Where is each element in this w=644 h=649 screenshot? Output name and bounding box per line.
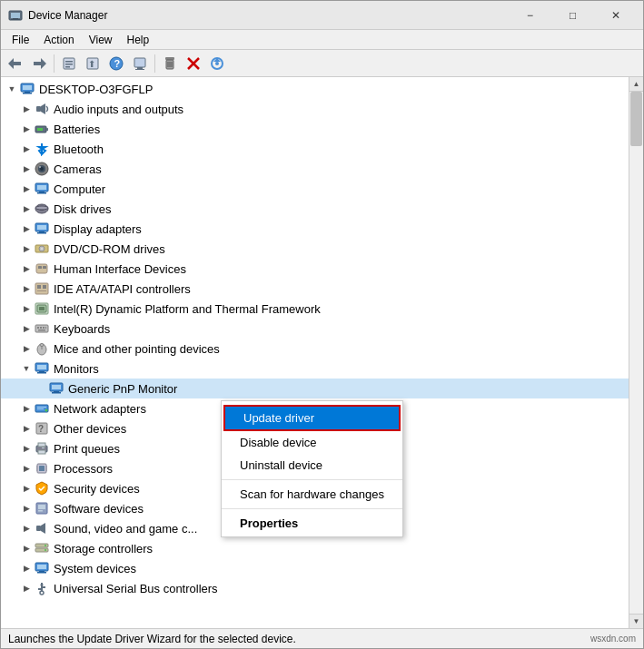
tree-item-generic-pnp[interactable]: ▶ Generic PnP Monitor: [1, 379, 629, 398]
system-expand[interactable]: ▶: [19, 561, 34, 575]
tree-item-monitors[interactable]: ▼ Monitors: [1, 359, 629, 379]
bluetooth-label: Bluetooth: [54, 143, 104, 156]
menu-view[interactable]: View: [82, 32, 120, 48]
context-menu-scan[interactable]: Scan for hardware changes: [222, 483, 402, 506]
dvd-expand[interactable]: ▶: [19, 241, 34, 256]
usb-expand[interactable]: ▶: [19, 581, 34, 595]
maximize-button[interactable]: □: [552, 3, 593, 28]
other-expand[interactable]: ▶: [19, 421, 34, 436]
refresh-button[interactable]: [206, 53, 228, 74]
svg-rect-42: [39, 192, 45, 192]
svg-rect-109: [37, 565, 46, 569]
tree-item-system[interactable]: ▶ System devices: [1, 558, 629, 578]
security-expand[interactable]: ▶: [19, 481, 34, 496]
batteries-expand[interactable]: ▶: [19, 122, 34, 136]
back-button[interactable]: [5, 53, 26, 74]
mice-icon: [34, 340, 50, 357]
processors-expand[interactable]: ▶: [19, 461, 34, 476]
status-text: Launches the Update Driver Wizard for th…: [8, 633, 296, 645]
sound-expand[interactable]: ▶: [19, 521, 34, 536]
display-expand[interactable]: ▶: [19, 221, 34, 236]
delete-button[interactable]: [159, 53, 181, 74]
context-menu-disable[interactable]: Disable device: [222, 431, 402, 454]
context-menu-uninstall[interactable]: Uninstall device: [222, 454, 402, 477]
tree-item-ide[interactable]: ▶ IDE ATA/ATAPI controllers: [1, 279, 629, 299]
tree-item-cameras[interactable]: ▶ Cameras: [1, 159, 629, 179]
tree-item-display[interactable]: ▶ Display adapters: [1, 219, 629, 239]
intel-expand[interactable]: ▶: [19, 301, 34, 316]
tree-item-audio[interactable]: ▶ Audio inputs and outputs: [1, 99, 629, 119]
tree-item-hid[interactable]: ▶ Human Interface Devices: [1, 259, 629, 279]
watermark: wsxdn.com: [590, 634, 636, 644]
scroll-thumb[interactable]: [630, 92, 642, 146]
cameras-icon: [34, 161, 50, 177]
close-button[interactable]: ✕: [595, 3, 636, 28]
tree-item-computer[interactable]: ▶ Computer: [1, 179, 629, 199]
tree-item-batteries[interactable]: ▶ Batteries: [1, 119, 629, 139]
menu-file[interactable]: File: [5, 32, 36, 48]
svg-rect-102: [36, 526, 41, 531]
tree-item-keyboards[interactable]: ▶ Keyboards: [1, 319, 629, 339]
disk-expand[interactable]: ▶: [19, 202, 34, 216]
svg-point-107: [45, 549, 46, 551]
processors-icon: [34, 460, 50, 477]
svg-rect-110: [39, 571, 45, 572]
scroll-up-button[interactable]: ▲: [629, 77, 643, 92]
properties-button[interactable]: [58, 53, 80, 74]
tree-item-intel[interactable]: ▶ Intel(R) Dynamic Platform and Thermal …: [1, 299, 629, 319]
title-bar-controls: − □ ✕: [510, 3, 636, 28]
svg-rect-1: [11, 13, 20, 18]
root-expand[interactable]: ▼: [5, 82, 19, 96]
print-expand[interactable]: ▶: [19, 441, 34, 456]
help-button[interactable]: ?: [105, 53, 127, 74]
cameras-expand[interactable]: ▶: [19, 162, 34, 176]
computer-expand[interactable]: ▶: [19, 182, 34, 196]
storage-expand[interactable]: ▶: [19, 541, 34, 556]
scroll-track[interactable]: [629, 92, 643, 614]
context-menu-update-driver[interactable]: Update driver: [225, 407, 399, 429]
tree-item-storage[interactable]: ▶ Storage controllers: [1, 538, 629, 558]
tree-item-usb[interactable]: ▶ Universal Serial Bus controllers: [1, 578, 629, 598]
audio-expand[interactable]: ▶: [19, 102, 34, 116]
context-menu-highlight: Update driver: [223, 405, 401, 431]
monitors-expand[interactable]: ▼: [19, 361, 34, 376]
toolbar: ⬆ ?: [1, 50, 643, 77]
tree-item-bluetooth[interactable]: ▶ Bluetooth: [1, 139, 629, 159]
svg-rect-7: [65, 61, 73, 63]
cameras-label: Cameras: [54, 162, 102, 176]
tree-item-mice[interactable]: ▶ Mice and other pointing devices: [1, 339, 629, 359]
minimize-button[interactable]: −: [510, 3, 550, 28]
svg-rect-56: [43, 266, 46, 269]
remove-button[interactable]: [183, 53, 204, 74]
svg-rect-67: [43, 327, 45, 329]
svg-rect-49: [39, 231, 45, 232]
menu-action[interactable]: Action: [36, 32, 81, 48]
scrollbar[interactable]: ▲ ▼: [629, 77, 643, 628]
network-expand[interactable]: ▶: [19, 401, 34, 416]
context-menu-properties[interactable]: Properties: [222, 512, 402, 535]
update-driver-button[interactable]: ⬆: [82, 53, 104, 74]
device-tree[interactable]: ▼ DESKTOP-O3FGFLP ▶: [1, 77, 629, 628]
svg-rect-76: [37, 372, 46, 374]
keyboards-icon: [34, 320, 50, 337]
hid-expand[interactable]: ▶: [19, 261, 34, 276]
svg-point-84: [45, 409, 48, 412]
software-expand[interactable]: ▶: [19, 501, 34, 516]
intel-icon: [34, 300, 50, 317]
ide-expand[interactable]: ▶: [19, 281, 34, 296]
tree-root[interactable]: ▼ DESKTOP-O3FGFLP: [1, 79, 629, 99]
tree-item-disk[interactable]: ▶ Disk drives: [1, 199, 629, 219]
tree-item-dvd[interactable]: ▶ DVD/CD-ROM drives: [1, 239, 629, 259]
batteries-label: Batteries: [54, 123, 100, 136]
window-icon: [8, 8, 23, 23]
scroll-down-button[interactable]: ▼: [629, 614, 643, 628]
menu-help[interactable]: Help: [120, 32, 157, 48]
forward-button[interactable]: [28, 53, 50, 74]
keyboards-expand[interactable]: ▶: [19, 321, 34, 336]
scan-button[interactable]: [129, 53, 151, 74]
svg-rect-79: [54, 391, 59, 392]
bluetooth-expand[interactable]: ▶: [19, 142, 34, 156]
svg-rect-64: [35, 325, 48, 332]
svg-rect-15: [137, 67, 143, 69]
mice-expand[interactable]: ▶: [19, 341, 34, 356]
